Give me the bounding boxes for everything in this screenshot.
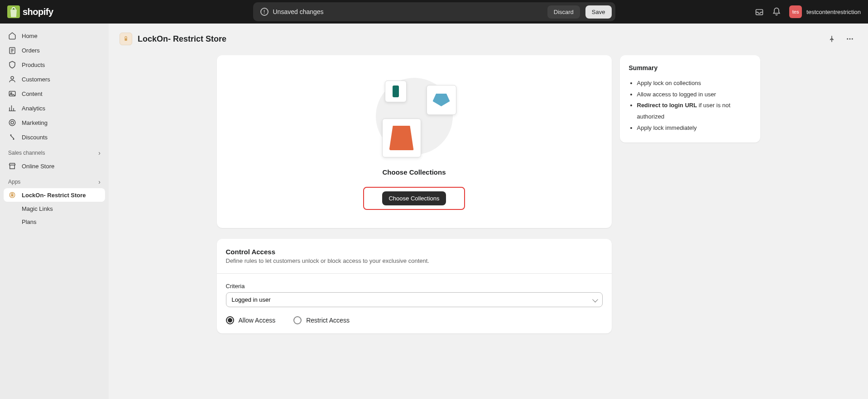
radio-icon (293, 316, 302, 324)
radio-label: Allow Access (239, 317, 276, 324)
unsaved-changes-bar: ! Unsaved changes Discard Save (253, 2, 615, 21)
control-access-card: Control Access Define rules to let custo… (217, 239, 612, 333)
sidebar-item-customers[interactable]: Customers (4, 72, 105, 86)
sidebar-item-marketing[interactable]: Marketing (4, 116, 105, 129)
choose-collections-heading: Choose Collections (382, 168, 446, 176)
sidebar-item-lockon[interactable]: LockOn- Restrict Store (4, 188, 105, 202)
sidebar-item-content[interactable]: Content (4, 87, 105, 100)
page-header: LockOn- Restrict Store (120, 32, 857, 46)
products-icon (8, 61, 16, 69)
discounts-icon (8, 133, 16, 141)
lock-app-icon (8, 191, 16, 199)
svg-point-6 (11, 121, 14, 124)
shopify-logo[interactable]: shopify (7, 5, 53, 18)
sidebar-sub-magic-links[interactable]: Magic Links (4, 203, 105, 215)
svg-point-10 (847, 38, 848, 40)
store-icon (8, 162, 16, 170)
sidebar-item-analytics[interactable]: Analytics (4, 101, 105, 115)
sidebar-section-sales-channels[interactable]: Sales channels › (4, 145, 105, 158)
summary-card: Summary Apply lock on collections Allow … (620, 55, 760, 142)
choose-collections-button[interactable]: Choose Collections (382, 191, 446, 205)
sidebar-item-label: Content (22, 90, 43, 97)
sidebar-item-label: Marketing (22, 119, 48, 126)
summary-item: Allow access to logged in user (637, 89, 751, 100)
summary-list: Apply lock on collections Allow access t… (629, 78, 751, 133)
save-button[interactable]: Save (585, 5, 612, 19)
sidebar-item-products[interactable]: Products (4, 58, 105, 71)
sidebar-item-label: Discounts (22, 134, 48, 141)
radio-allow-access[interactable]: Allow Access (226, 316, 276, 324)
sidebar-item-home[interactable]: Home (4, 29, 105, 43)
orders-icon (8, 46, 16, 54)
warning-icon: ! (260, 8, 269, 16)
analytics-icon (8, 104, 16, 112)
criteria-select[interactable]: Logged in user (226, 292, 603, 307)
sidebar-item-label: Online Store (22, 163, 54, 170)
main-content: LockOn- Restrict Store (109, 24, 868, 399)
logo-text: shopify (23, 7, 53, 17)
svg-point-2 (11, 76, 14, 79)
choose-collections-card: Choose Collections Choose Collections (217, 55, 612, 228)
control-access-desc: Define rules to let customers unlock or … (226, 257, 603, 264)
summary-title: Summary (629, 64, 751, 71)
control-access-title: Control Access (226, 248, 603, 256)
discard-button[interactable]: Discard (547, 5, 580, 19)
sidebar-item-label: Orders (22, 47, 40, 54)
sidebar-sub-plans[interactable]: Plans (4, 216, 105, 228)
sidebar-item-label: Home (22, 33, 38, 39)
avatar: tes (789, 5, 802, 18)
chevron-right-icon: › (98, 178, 101, 185)
svg-point-5 (9, 119, 15, 126)
radio-label: Restrict Access (306, 317, 350, 324)
svg-rect-9 (125, 38, 127, 41)
page-title: LockOn- Restrict Store (138, 34, 819, 44)
criteria-label: Criteria (226, 283, 603, 290)
svg-point-11 (849, 38, 851, 40)
user-menu[interactable]: tes testcontentrestriction (789, 5, 861, 18)
radio-restrict-access[interactable]: Restrict Access (293, 316, 350, 324)
summary-item: Apply lock on collections (637, 78, 751, 89)
svg-rect-8 (11, 195, 14, 197)
username: testcontentrestriction (806, 9, 861, 15)
app-icon (120, 33, 132, 45)
sidebar-item-label: Products (22, 62, 45, 68)
inbox-icon[interactable] (755, 7, 764, 16)
shopify-bag-icon (7, 5, 20, 18)
top-bar: shopify ! Unsaved changes Discard Save t… (0, 0, 868, 24)
unsaved-label: Unsaved changes (273, 8, 324, 15)
sidebar: Home Orders Products Customers Content A… (0, 24, 109, 399)
bell-icon[interactable] (772, 7, 781, 16)
sidebar-item-orders[interactable]: Orders (4, 43, 105, 57)
customers-icon (8, 75, 16, 83)
sidebar-item-online-store[interactable]: Online Store (4, 159, 105, 173)
home-icon (8, 32, 16, 40)
section-label: Sales channels (8, 150, 45, 156)
chevron-right-icon: › (98, 149, 101, 157)
sidebar-item-label: Customers (22, 76, 50, 83)
section-label: Apps (8, 179, 20, 185)
highlighted-action: Choose Collections (363, 187, 465, 210)
svg-point-12 (852, 38, 853, 40)
content-icon (8, 90, 16, 98)
sidebar-item-label: Analytics (22, 105, 45, 112)
radio-icon (226, 316, 234, 324)
more-button[interactable] (843, 32, 857, 46)
marketing-icon (8, 119, 16, 127)
sidebar-item-label: LockOn- Restrict Store (22, 192, 86, 199)
collections-illustration (376, 78, 453, 155)
pin-button[interactable] (825, 32, 839, 46)
sidebar-item-discounts[interactable]: Discounts (4, 130, 105, 144)
summary-item: Apply lock immediately (637, 123, 751, 134)
summary-item: Redirect to login URL if user is not aut… (637, 100, 751, 122)
sidebar-section-apps[interactable]: Apps › (4, 174, 105, 187)
